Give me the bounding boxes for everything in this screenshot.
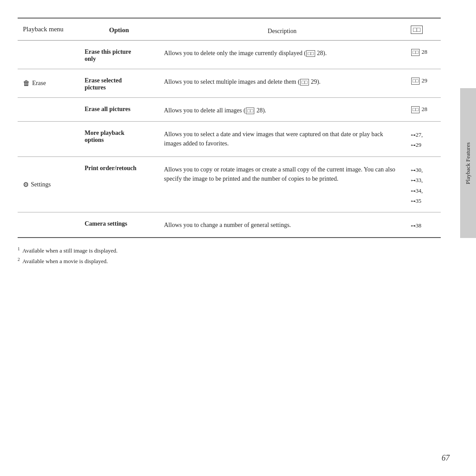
page-number: 67 bbox=[442, 454, 450, 463]
option-label: Print order/retouch bbox=[85, 165, 137, 171]
ref-cell-more-playback: ⊶27, ⊶29 bbox=[405, 122, 441, 157]
arrow-icon: ⊶ bbox=[411, 178, 416, 183]
desc-cell-erase-all: Allows you to delete all images (□□ 28). bbox=[159, 98, 405, 122]
header-description: Description bbox=[159, 18, 405, 41]
page-container: Playback Features Playback menu Option D… bbox=[0, 0, 476, 476]
option-cell-erase-this: Erase this pictureonly bbox=[79, 41, 159, 69]
footnote-1-text: Available when a still image is displaye… bbox=[22, 247, 118, 254]
footnote-2-text: Available when a movie is displayed. bbox=[22, 258, 108, 265]
option-label: More playbackoptions bbox=[85, 130, 124, 143]
option-label: Erase selectedpictures bbox=[85, 77, 122, 91]
table-row: Erase this pictureonly Allows you to del… bbox=[18, 41, 441, 69]
footnote-2: 2 Available when a movie is displayed. bbox=[18, 256, 450, 267]
main-table: Playback menu Option Description □□ Eras… bbox=[18, 18, 441, 238]
arrow-icon: ⊶ bbox=[411, 167, 416, 173]
option-label: Erase this pictureonly bbox=[85, 48, 131, 62]
side-tab-label: Playback Features bbox=[465, 142, 472, 184]
arrow-icon: ⊶ bbox=[411, 198, 416, 204]
footnote-1: 1 Available when a still image is displa… bbox=[18, 245, 450, 256]
menu-cell-empty3 bbox=[18, 212, 79, 238]
ref-book-icon: □□ bbox=[411, 78, 420, 84]
header-ref: □□ bbox=[405, 18, 441, 41]
table-row: Erase all pictures Allows you to delete … bbox=[18, 98, 441, 122]
table-row: More playbackoptions Allows you to selec… bbox=[18, 122, 441, 157]
desc-cell-erase-this: Allows you to delete only the image curr… bbox=[159, 41, 405, 69]
ref-cell-camera-settings: ⊶38 bbox=[405, 212, 441, 238]
ref-cell-print-retouch: ⊶30, ⊶33, ⊶34, ⊶35 bbox=[405, 156, 441, 212]
arrow-icon: ⊶ bbox=[411, 223, 416, 228]
table-row: 🗑 Erase Erase selectedpictures Allows yo… bbox=[18, 69, 441, 98]
footnotes-container: 1 Available when a still image is displa… bbox=[18, 245, 450, 267]
ref-cell-erase-selected: □□ 29 bbox=[405, 69, 441, 98]
arrow-ref-camera: ⊶38 bbox=[411, 220, 435, 231]
inline-ref: □□ bbox=[246, 108, 254, 114]
footnote-1-superscript: 1 bbox=[18, 246, 20, 251]
ref-cell-erase-all: □□ 28 bbox=[405, 98, 441, 122]
option-cell-more-playback: More playbackoptions bbox=[79, 122, 159, 157]
desc-cell-camera-settings: Allows you to change a number of general… bbox=[159, 212, 405, 238]
arrow-icon: ⊶ bbox=[411, 188, 416, 193]
arrow-icon: ⊶ bbox=[411, 142, 416, 148]
settings-icon: ⚙ bbox=[23, 181, 29, 189]
option-cell-erase-selected: Erase selectedpictures bbox=[79, 69, 159, 98]
book-icon: □□ bbox=[411, 26, 423, 34]
option-cell-erase-all: Erase all pictures bbox=[79, 98, 159, 122]
menu-cell-erase-label: 🗑 Erase bbox=[18, 69, 79, 98]
inline-ref: □□ bbox=[300, 79, 309, 86]
desc-cell-print-retouch: Allows you to copy or rotate images or c… bbox=[159, 156, 405, 212]
menu-cell-settings-label: ⚙ Settings bbox=[18, 156, 79, 212]
menu-cell-erase bbox=[18, 41, 79, 69]
desc-cell-erase-selected: Allows you to select multiple images and… bbox=[159, 69, 405, 98]
arrow-ref-more: ⊶27, ⊶29 bbox=[411, 130, 435, 150]
option-label: Erase all pictures bbox=[85, 106, 130, 112]
desc-cell-more-playback: Allows you to select a date and view ima… bbox=[159, 122, 405, 157]
menu-cell-empty2 bbox=[18, 122, 79, 157]
table-row: Camera settings Allows you to change a n… bbox=[18, 212, 441, 238]
table-header-row: Playback menu Option Description □□ bbox=[18, 18, 441, 41]
side-tab: Playback Features bbox=[460, 88, 476, 238]
ref-book-icon: □□ bbox=[411, 49, 420, 56]
option-cell-print-retouch: Print order/retouch bbox=[79, 156, 159, 212]
table-row: ⚙ Settings Print order/retouch Allows yo… bbox=[18, 156, 441, 212]
erase-menu-label: 🗑 Erase bbox=[23, 79, 74, 87]
ref-cell-erase-this: □□ 28 bbox=[405, 41, 441, 69]
erase-icon: 🗑 bbox=[23, 79, 30, 87]
menu-cell-empty1 bbox=[18, 98, 79, 122]
header-option: Option bbox=[79, 18, 159, 41]
arrow-icon: ⊶ bbox=[411, 132, 416, 138]
settings-label-text: Settings bbox=[31, 181, 51, 188]
header-playback-menu: Playback menu bbox=[18, 18, 79, 41]
ref-book-icon: □□ bbox=[411, 106, 420, 113]
arrow-ref-print: ⊶30, ⊶33, ⊶34, ⊶35 bbox=[411, 165, 435, 206]
erase-label-text: Erase bbox=[32, 80, 46, 87]
option-label: Camera settings bbox=[85, 220, 127, 227]
option-cell-camera-settings: Camera settings bbox=[79, 212, 159, 238]
footnote-2-superscript: 2 bbox=[18, 257, 20, 262]
inline-ref: □□ bbox=[306, 50, 315, 57]
settings-menu-label: ⚙ Settings bbox=[23, 181, 74, 189]
